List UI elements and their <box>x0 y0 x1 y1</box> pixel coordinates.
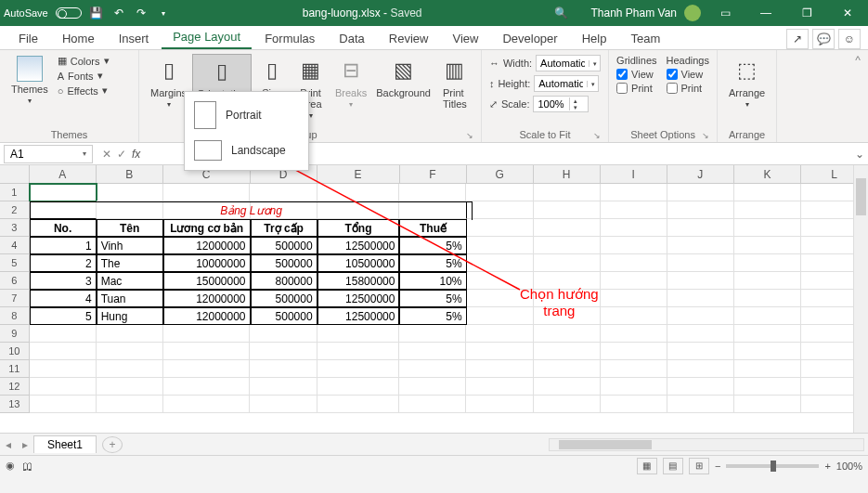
cell[interactable] <box>534 325 601 343</box>
cell[interactable] <box>667 343 734 360</box>
cell[interactable]: Thuế <box>399 219 466 237</box>
undo-icon[interactable]: ↶ <box>111 6 126 20</box>
expand-formula-icon[interactable]: ⌄ <box>851 148 868 161</box>
cell[interactable] <box>317 396 400 413</box>
tab-insert[interactable]: Insert <box>108 28 161 49</box>
cell[interactable]: Mac <box>97 272 163 290</box>
cell[interactable]: 12500000 <box>317 237 400 254</box>
cell[interactable] <box>163 396 251 413</box>
cell[interactable] <box>30 396 97 413</box>
portrait-option[interactable]: Portrait <box>185 96 308 135</box>
printtitles-button[interactable]: ▥Print Titles <box>436 54 473 122</box>
horizontal-scrollbar[interactable] <box>549 438 864 451</box>
cell[interactable]: 10% <box>399 272 466 290</box>
cell[interactable] <box>667 325 734 343</box>
cell[interactable] <box>317 360 400 378</box>
tab-data[interactable]: Data <box>328 28 375 49</box>
cell[interactable] <box>601 254 667 272</box>
cell[interactable] <box>601 184 667 201</box>
cell[interactable] <box>399 184 466 201</box>
cell[interactable]: 5% <box>399 237 466 254</box>
cell[interactable]: The <box>97 254 163 272</box>
cell[interactable] <box>30 184 97 201</box>
cell[interactable] <box>399 343 466 360</box>
row-head[interactable]: 1 <box>0 184 30 201</box>
tab-team[interactable]: Team <box>619 28 671 49</box>
cell[interactable] <box>534 396 601 413</box>
cell[interactable]: Tổng <box>317 219 400 237</box>
fonts-button[interactable]: AFonts ▾ <box>58 69 110 83</box>
cell[interactable] <box>163 360 251 378</box>
close-icon[interactable]: ✕ <box>831 0 864 26</box>
cell[interactable] <box>734 307 801 325</box>
cell[interactable]: 10000000 <box>163 254 251 272</box>
cell[interactable] <box>250 396 317 413</box>
cell[interactable] <box>667 307 734 325</box>
cell[interactable] <box>30 325 97 343</box>
cell[interactable] <box>250 325 317 343</box>
row-head[interactable]: 13 <box>0 396 30 413</box>
cell[interactable] <box>534 378 601 396</box>
cell[interactable] <box>399 396 466 413</box>
cell[interactable] <box>534 343 601 360</box>
col-B[interactable]: B <box>97 165 163 183</box>
cell[interactable] <box>734 325 801 343</box>
col-F[interactable]: F <box>400 165 467 183</box>
tab-file[interactable]: File <box>7 28 49 49</box>
cell[interactable]: 12500000 <box>317 307 400 325</box>
accessibility-icon[interactable]: 🕮 <box>22 461 32 472</box>
cell[interactable]: 15800000 <box>317 272 400 290</box>
cell[interactable]: 5% <box>399 290 466 307</box>
row-head[interactable]: 9 <box>0 325 30 343</box>
cell[interactable] <box>250 184 317 201</box>
cell[interactable] <box>667 219 734 237</box>
col-H[interactable]: H <box>534 165 601 183</box>
headings-print-check[interactable]: Print <box>667 82 709 95</box>
cell[interactable] <box>399 360 466 378</box>
cell[interactable] <box>30 360 97 378</box>
cell[interactable] <box>734 254 801 272</box>
cell[interactable] <box>250 343 317 360</box>
sheet-tab[interactable]: Sheet1 <box>33 435 97 453</box>
arrange-button[interactable]: ⬚Arrange▾ <box>725 54 769 110</box>
cell[interactable] <box>601 307 667 325</box>
height-select[interactable]: ▾ <box>534 75 599 92</box>
scale-launcher-icon[interactable]: ↘ <box>593 131 601 140</box>
search-icon[interactable]: 🔍 <box>553 6 568 20</box>
row-head[interactable]: 8 <box>0 307 30 325</box>
add-sheet-button[interactable]: + <box>102 436 123 453</box>
cell[interactable] <box>467 237 534 254</box>
smile-icon[interactable]: ☺ <box>838 29 861 49</box>
headings-view-check[interactable]: View <box>667 68 709 81</box>
tab-pagelayout[interactable]: Page Layout <box>162 26 252 49</box>
cell[interactable] <box>667 237 734 254</box>
cell[interactable]: 5% <box>399 254 466 272</box>
themes-button[interactable]: Themes▾ <box>7 54 52 107</box>
cell[interactable] <box>466 396 533 413</box>
cell[interactable] <box>601 290 667 307</box>
tab-formulas[interactable]: Formulas <box>253 28 326 49</box>
cell[interactable] <box>97 378 163 396</box>
cell[interactable] <box>467 219 534 237</box>
cell[interactable] <box>97 360 163 378</box>
cell[interactable]: 500000 <box>251 237 317 254</box>
cell[interactable] <box>601 237 667 254</box>
pagelayout-view-icon[interactable]: ▤ <box>663 458 683 474</box>
row-head[interactable]: 4 <box>0 237 30 254</box>
cell[interactable] <box>250 378 317 396</box>
colors-button[interactable]: ▦Colors ▾ <box>58 54 110 68</box>
comments-icon[interactable]: 💬 <box>812 29 835 49</box>
zoom-slider[interactable] <box>726 464 819 468</box>
cell[interactable]: 12000000 <box>163 290 251 307</box>
cell[interactable]: 1 <box>30 237 97 254</box>
cell[interactable] <box>97 396 163 413</box>
col-E[interactable]: E <box>317 165 400 183</box>
cell[interactable] <box>734 237 801 254</box>
cell[interactable] <box>163 343 251 360</box>
cell[interactable] <box>667 272 734 290</box>
cell[interactable]: Lương cơ bản <box>163 219 251 237</box>
row-head[interactable]: 2 <box>0 201 30 219</box>
select-all-corner[interactable] <box>0 165 30 183</box>
autosave-toggle[interactable] <box>56 7 82 19</box>
cell[interactable]: Hung <box>97 307 163 325</box>
